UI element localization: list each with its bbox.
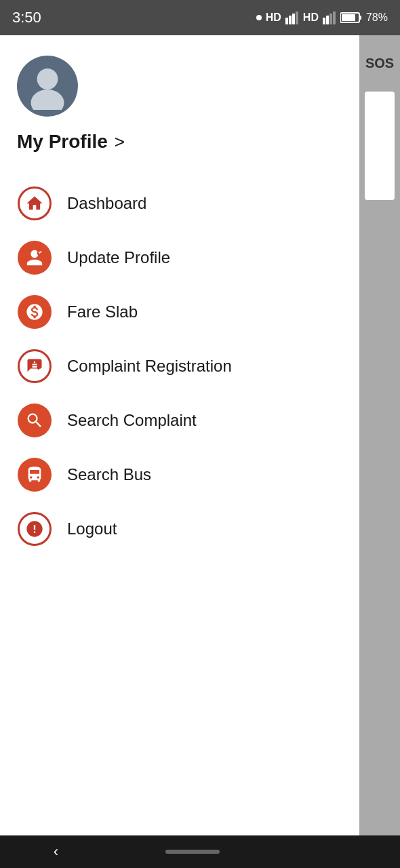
search-complaint-label: Search Complaint bbox=[67, 411, 197, 430]
svg-rect-6 bbox=[329, 14, 332, 24]
back-button[interactable]: ‹ bbox=[54, 843, 58, 861]
battery-percent: 78% bbox=[366, 12, 388, 24]
svg-point-11 bbox=[37, 68, 58, 90]
avatar-image bbox=[24, 62, 71, 110]
signal-dot bbox=[256, 15, 262, 20]
hd-signal-1: HD bbox=[266, 12, 281, 24]
menu-item-logout[interactable]: Logout bbox=[17, 502, 342, 556]
search-bus-icon-wrap bbox=[17, 457, 52, 492]
battery-icon bbox=[340, 12, 362, 24]
home-indicator bbox=[165, 850, 220, 854]
logout-icon-wrap bbox=[17, 511, 52, 547]
status-bar: 3:50 HD HD 78% bbox=[0, 0, 400, 35]
my-profile-link[interactable]: My Profile > bbox=[17, 130, 342, 153]
hd-signal-2: HD bbox=[303, 12, 319, 24]
complaint-reg-icon bbox=[18, 349, 52, 383]
svg-point-12 bbox=[31, 90, 64, 110]
dashboard-label: Dashboard bbox=[67, 194, 146, 213]
profile-label: My Profile bbox=[17, 131, 108, 153]
user-edit-icon bbox=[18, 241, 52, 275]
status-time: 3:50 bbox=[12, 9, 41, 26]
search-partial bbox=[365, 92, 395, 200]
profile-chevron-icon: > bbox=[115, 132, 125, 153]
svg-rect-9 bbox=[359, 16, 361, 20]
svg-rect-1 bbox=[289, 16, 292, 24]
home-icon bbox=[18, 186, 52, 220]
svg-rect-0 bbox=[285, 18, 288, 24]
bottom-navigation-bar: ‹ bbox=[0, 835, 400, 868]
complaint-registration-label: Complaint Registration bbox=[67, 357, 232, 376]
logout-label: Logout bbox=[67, 519, 117, 538]
menu-item-dashboard[interactable]: Dashboard bbox=[17, 176, 342, 231]
sos-label: SOS bbox=[365, 56, 394, 71]
complaint-reg-icon-wrap bbox=[17, 349, 52, 384]
menu-item-search-complaint[interactable]: Search Complaint bbox=[17, 393, 342, 448]
svg-rect-5 bbox=[326, 16, 329, 24]
signal-bars-1 bbox=[285, 11, 299, 24]
signal-bars-2 bbox=[323, 11, 336, 24]
navigation-drawer: My Profile > Dashboard bbox=[0, 35, 359, 835]
dashboard-icon-wrap bbox=[17, 186, 52, 221]
menu-item-update-profile[interactable]: Update Profile bbox=[17, 231, 342, 285]
logout-icon bbox=[18, 512, 52, 546]
right-panel: SOS bbox=[359, 35, 400, 835]
avatar bbox=[17, 56, 78, 117]
fare-slab-icon-wrap bbox=[17, 294, 52, 330]
svg-rect-2 bbox=[292, 14, 295, 24]
avatar-container bbox=[17, 56, 342, 117]
search-bus-label: Search Bus bbox=[67, 465, 151, 484]
update-profile-icon-wrap bbox=[17, 240, 52, 275]
svg-rect-7 bbox=[333, 12, 336, 24]
menu-item-complaint-registration[interactable]: Complaint Registration bbox=[17, 339, 342, 393]
update-profile-label: Update Profile bbox=[67, 248, 170, 267]
fare-slab-label: Fare Slab bbox=[67, 302, 138, 321]
svg-rect-10 bbox=[342, 14, 355, 21]
search-complaint-icon-wrap bbox=[17, 403, 52, 438]
menu-item-fare-slab[interactable]: Fare Slab bbox=[17, 285, 342, 339]
menu-item-search-bus[interactable]: Search Bus bbox=[17, 448, 342, 502]
bus-icon bbox=[18, 458, 52, 492]
search-complaint-icon bbox=[18, 403, 52, 437]
fare-icon bbox=[18, 295, 52, 329]
svg-rect-4 bbox=[323, 18, 325, 24]
status-icons: HD HD 78% bbox=[256, 11, 388, 24]
svg-rect-3 bbox=[296, 12, 298, 24]
